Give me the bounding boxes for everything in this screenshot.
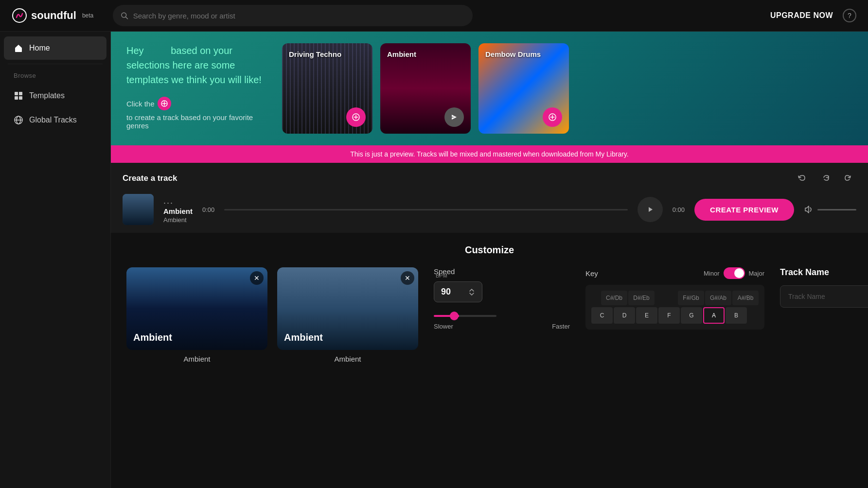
genre-cards-container: Ambient ✕ Ambient Ambient ✕ Ambient xyxy=(126,267,418,363)
genre-card-2-name: Ambient xyxy=(277,355,418,363)
key-c[interactable]: C xyxy=(591,307,613,324)
track-name-input[interactable] xyxy=(780,285,868,308)
bpm-input[interactable]: 90 xyxy=(434,281,482,302)
sidebar-item-global-tracks[interactable]: Global Tracks xyxy=(4,108,106,132)
svg-rect-4 xyxy=(19,92,22,95)
dembow-label: Dembow Drums xyxy=(485,50,541,58)
template-cards: Driving Techno Ambient xyxy=(282,43,569,134)
track-name-label: Track Name xyxy=(780,267,868,278)
bpm-input-row: BPM 90 xyxy=(434,281,570,302)
key-b[interactable]: B xyxy=(726,307,747,324)
sidebar-global-tracks-label: Global Tracks xyxy=(29,116,77,124)
key-gsharp[interactable]: G#/Ab xyxy=(705,291,731,305)
genre-card-1: Ambient ✕ Ambient xyxy=(126,267,267,363)
create-track-title: Create a track xyxy=(123,174,177,183)
help-icon[interactable]: ? xyxy=(843,9,856,22)
redo-button[interactable] xyxy=(817,171,833,186)
undo-button[interactable] xyxy=(794,171,810,186)
key-a[interactable]: A xyxy=(703,307,725,324)
play-button[interactable] xyxy=(638,197,663,222)
ambient-label: Ambient xyxy=(387,50,416,58)
bpm-value: 90 xyxy=(441,287,451,297)
techno-label: Driving Techno xyxy=(289,50,341,58)
track-name-display: Ambient xyxy=(163,207,193,215)
banner-desc-suffix: to create a track based on your favorite… xyxy=(126,113,272,130)
key-g[interactable]: G xyxy=(681,307,702,324)
dembow-action-btn[interactable] xyxy=(543,107,562,127)
genre-card-1-img[interactable]: Ambient ✕ xyxy=(126,267,267,350)
header-right: UPGRADE NOW ? xyxy=(770,9,856,22)
faster-label: Faster xyxy=(552,323,570,330)
track-thumbnail xyxy=(123,194,154,225)
customize-title: Customize xyxy=(126,244,852,256)
svg-marker-19 xyxy=(649,207,653,212)
genre-card-1-label: Ambient xyxy=(133,332,172,343)
genre-card-2-img[interactable]: Ambient ✕ xyxy=(277,267,418,350)
track-genre-display: Ambient xyxy=(163,216,193,224)
forward-button[interactable] xyxy=(841,171,856,186)
logo-beta: beta xyxy=(82,12,93,19)
key-csharp[interactable]: C#/Db xyxy=(601,291,627,305)
volume-slider[interactable] xyxy=(817,209,856,210)
sidebar-templates-label: Templates xyxy=(29,91,65,100)
key-f[interactable]: F xyxy=(658,307,680,324)
speed-labels: Slower Faster xyxy=(434,323,570,330)
techno-action-btn[interactable] xyxy=(346,107,366,127)
key-d[interactable]: D xyxy=(614,307,635,324)
key-toggle: Minor Major xyxy=(704,267,764,279)
banner-area: Hey based on your selections here are so… xyxy=(111,32,868,145)
track-controls xyxy=(794,171,856,186)
key-toggle-switch[interactable] xyxy=(724,267,745,279)
template-card-dembow[interactable]: Dembow Drums xyxy=(478,43,569,134)
speed-slider[interactable] xyxy=(434,315,496,317)
white-keys-row: C D E F G A B xyxy=(591,307,759,324)
key-asharp[interactable]: A#/Bb xyxy=(732,291,759,305)
key-fsharp[interactable]: F#/Gb xyxy=(678,291,704,305)
ambient-action-btn[interactable] xyxy=(444,107,464,127)
sidebar-home-label: Home xyxy=(29,44,50,52)
key-dsharp[interactable]: D#/Eb xyxy=(628,291,655,305)
genre-card-2: Ambient ✕ Ambient xyxy=(277,267,418,363)
banner-username xyxy=(146,45,168,56)
logo: soundfulbeta xyxy=(12,8,93,23)
progress-bar[interactable] xyxy=(224,209,627,210)
search-input[interactable] xyxy=(133,12,465,20)
banner-description: Click the to create a track based on you… xyxy=(126,97,272,130)
svg-rect-6 xyxy=(19,96,22,100)
minor-label: Minor xyxy=(704,270,720,277)
sidebar-item-templates[interactable]: Templates xyxy=(4,84,106,107)
customize-section: Customize Ambient ✕ Ambient xyxy=(111,233,868,488)
svg-line-2 xyxy=(126,17,128,19)
key-label: Key xyxy=(585,269,598,278)
main-content: Hey based on your selections here are so… xyxy=(111,32,868,488)
banner-headline: Hey based on your selections here are so… xyxy=(126,43,272,87)
template-card-ambient[interactable]: Ambient xyxy=(380,43,471,134)
svg-rect-3 xyxy=(15,92,18,95)
sidebar: Home Browse Templates Global Tracks xyxy=(0,32,111,488)
track-player: ... Ambient Ambient 0:00 0:00 CREATE PRE… xyxy=(111,190,868,233)
search-icon xyxy=(121,12,128,19)
track-menu-dots[interactable]: ... xyxy=(163,196,193,206)
logo-text: soundful xyxy=(31,9,76,22)
template-card-techno[interactable]: Driving Techno xyxy=(282,43,372,134)
sidebar-item-home[interactable]: Home xyxy=(4,36,106,60)
major-label: Major xyxy=(749,270,765,277)
volume-icon[interactable] xyxy=(804,205,814,214)
bpm-container: BPM 90 xyxy=(434,281,482,302)
genre-card-1-close[interactable]: ✕ xyxy=(250,271,264,285)
piano-keyboard: C#/Db D#/Eb F#/Gb G#/Ab A#/Bb C D E F xyxy=(585,285,764,330)
time-end: 0:00 xyxy=(673,206,685,213)
key-e[interactable]: E xyxy=(636,307,657,324)
banner-hey: Hey xyxy=(126,45,144,56)
speed-label: Speed xyxy=(434,267,570,276)
upgrade-button[interactable]: UPGRADE NOW xyxy=(770,11,833,20)
genre-card-1-name: Ambient xyxy=(126,355,267,363)
genre-card-2-close[interactable]: ✕ xyxy=(401,271,414,285)
genre-card-2-label: Ambient xyxy=(284,332,323,343)
track-info: ... Ambient Ambient xyxy=(163,196,193,224)
create-preview-button[interactable]: CREATE PREVIEW xyxy=(694,199,794,221)
header: soundfulbeta UPGRADE NOW ? xyxy=(0,0,868,32)
toggle-thumb xyxy=(734,268,744,278)
track-name-section: Track Name xyxy=(780,267,868,308)
search-bar[interactable] xyxy=(113,5,473,26)
